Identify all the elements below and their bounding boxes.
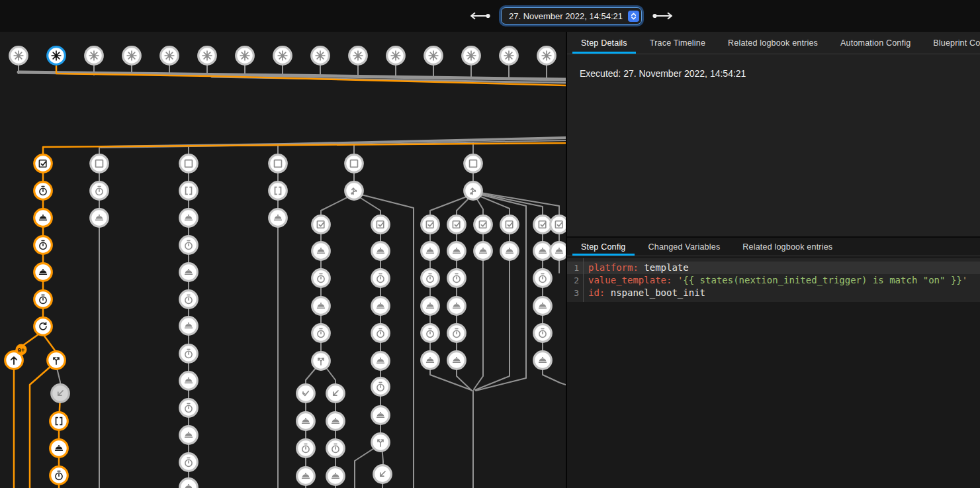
node-timer[interactable] [534, 269, 552, 287]
node-room-service[interactable] [551, 242, 566, 260]
node-room-service[interactable] [448, 242, 466, 260]
node-room-service[interactable] [372, 352, 390, 370]
node-timer[interactable] [372, 269, 390, 287]
node-room-service[interactable] [180, 372, 198, 390]
node-timer[interactable] [297, 440, 315, 458]
tab-related-logbook-entries[interactable]: Related logbook entries [731, 238, 844, 256]
node-timer[interactable] [180, 291, 198, 309]
node-room-service[interactable] [91, 209, 109, 227]
node-timer[interactable] [422, 324, 439, 342]
tab-blueprint-config[interactable]: Blueprint Config [922, 32, 980, 54]
code-line[interactable]: 1platform: template [567, 262, 980, 274]
node-timer[interactable] [180, 399, 198, 417]
node-asterisk[interactable] [85, 47, 103, 65]
tab-automation-config[interactable]: Automation Config [829, 32, 922, 54]
node-timer[interactable] [448, 269, 466, 287]
node-checkbox-marked[interactable] [422, 216, 439, 234]
yaml-editor[interactable]: 1platform: template2value_template: '{{ … [567, 258, 980, 302]
next-run-button[interactable] [650, 9, 676, 23]
node-call-split[interactable] [48, 352, 66, 369]
node-room-service[interactable] [422, 297, 439, 315]
tab-trace-timeline[interactable]: Trace Timeline [639, 32, 717, 54]
node-room-service[interactable] [50, 440, 68, 458]
node-asterisk[interactable] [463, 47, 480, 65]
node-checkbox-blank[interactable] [465, 155, 482, 173]
node-checkbox-marked[interactable] [372, 216, 390, 234]
node-asterisk[interactable] [500, 47, 518, 65]
node-room-service[interactable] [474, 242, 492, 260]
node-asterisk[interactable] [236, 47, 254, 65]
node-checkbox-marked[interactable] [474, 216, 492, 234]
node-asterisk[interactable] [349, 47, 367, 65]
node-room-service[interactable] [297, 467, 315, 485]
node-room-service[interactable] [180, 209, 198, 227]
node-timer[interactable] [34, 291, 52, 309]
node-asterisk[interactable] [312, 47, 330, 65]
node-checkbox-blank[interactable] [269, 155, 287, 173]
node-arrow-bottom-left[interactable] [52, 385, 69, 403]
node-asterisk[interactable] [161, 47, 179, 65]
node-room-service[interactable] [534, 242, 552, 260]
node-checkbox-blank[interactable] [180, 155, 198, 173]
node-arrow-decision[interactable] [345, 182, 363, 200]
node-timer[interactable] [448, 324, 466, 342]
node-arrow-check[interactable] [297, 385, 315, 403]
node-room-service[interactable] [269, 209, 287, 227]
node-timer[interactable] [534, 324, 552, 342]
node-room-service[interactable] [180, 479, 198, 488]
node-room-service[interactable] [327, 413, 345, 430]
node-refresh[interactable] [34, 318, 52, 336]
node-asterisk[interactable] [123, 47, 141, 65]
node-call-split[interactable] [312, 352, 330, 370]
node-timer[interactable] [34, 236, 52, 254]
node-checkbox-marked[interactable] [534, 216, 552, 234]
node-timer[interactable] [312, 269, 330, 287]
tab-step-details[interactable]: Step Details [570, 32, 639, 54]
node-room-service[interactable] [534, 297, 552, 315]
node-checkbox-marked[interactable] [34, 155, 52, 173]
tab-step-config[interactable]: Step Config [570, 238, 637, 256]
node-checkbox-marked[interactable] [551, 216, 566, 234]
node-room-service[interactable] [180, 426, 198, 444]
node-timer[interactable] [180, 236, 198, 254]
node-timer[interactable] [327, 440, 345, 458]
node-checkbox-blank[interactable] [345, 155, 363, 173]
node-room-service[interactable] [34, 264, 52, 281]
tab-related-logbook-entries[interactable]: Related logbook entries [717, 32, 829, 54]
node-asterisk[interactable] [274, 47, 292, 65]
code-line[interactable]: 3id: nspanel_boot_init [567, 287, 980, 299]
node-timer[interactable] [180, 454, 198, 471]
node-timer[interactable] [312, 324, 330, 342]
node-checkbox-marked[interactable] [448, 216, 466, 234]
node-arrow-bottom-left[interactable] [374, 465, 392, 483]
node-room-service[interactable] [372, 407, 390, 424]
node-timer[interactable] [372, 378, 390, 396]
node-room-service[interactable] [501, 242, 519, 260]
node-room-service[interactable] [422, 352, 439, 369]
node-arrow-bottom-left[interactable] [327, 385, 345, 403]
node-room-service[interactable] [34, 209, 52, 227]
node-room-service[interactable] [327, 467, 345, 485]
node-code-brackets[interactable] [269, 182, 287, 200]
node-room-service[interactable] [422, 242, 439, 260]
node-checkbox-marked[interactable] [501, 216, 519, 234]
node-timer[interactable] [372, 324, 390, 342]
code-line[interactable]: 2value_template: '{{ states(nextion_init… [567, 274, 980, 287]
node-room-service[interactable] [180, 317, 198, 335]
node-call-split[interactable] [372, 434, 390, 452]
node-timer[interactable] [34, 182, 52, 200]
node-timer[interactable] [50, 467, 68, 485]
node-code-brackets[interactable] [50, 413, 68, 430]
node-room-service[interactable] [448, 352, 466, 369]
node-room-service[interactable] [448, 297, 466, 315]
node-room-service[interactable] [534, 352, 552, 369]
node-room-service[interactable] [372, 297, 390, 315]
previous-run-button[interactable] [467, 9, 492, 23]
node-arrow-up[interactable]: 9+ [5, 344, 27, 369]
node-room-service[interactable] [312, 242, 330, 260]
node-timer[interactable] [180, 345, 198, 363]
tab-changed-variables[interactable]: Changed Variables [637, 238, 732, 256]
node-asterisk[interactable] [387, 47, 405, 65]
run-select[interactable]: 27. November 2022, 14:54:21 [501, 7, 642, 24]
node-code-brackets[interactable] [180, 182, 198, 200]
